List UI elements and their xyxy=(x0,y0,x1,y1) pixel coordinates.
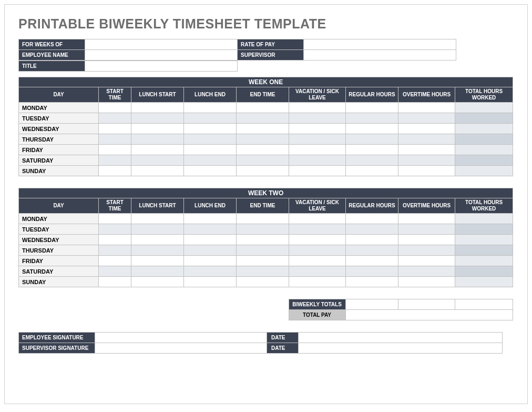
time-cell[interactable] xyxy=(184,134,237,145)
time-cell[interactable] xyxy=(237,124,289,134)
time-cell[interactable] xyxy=(184,245,237,256)
time-cell[interactable] xyxy=(289,155,346,166)
time-cell[interactable] xyxy=(398,124,455,134)
time-cell[interactable] xyxy=(455,245,513,256)
time-cell[interactable] xyxy=(289,166,346,176)
time-cell[interactable] xyxy=(237,103,289,113)
time-cell[interactable] xyxy=(398,145,455,155)
time-cell[interactable] xyxy=(131,245,184,256)
time-cell[interactable] xyxy=(346,155,398,166)
time-cell[interactable] xyxy=(237,214,289,224)
time-cell[interactable] xyxy=(237,235,289,245)
time-cell[interactable] xyxy=(289,124,346,134)
time-cell[interactable] xyxy=(131,113,184,124)
time-cell[interactable] xyxy=(455,103,513,113)
time-cell[interactable] xyxy=(289,134,346,145)
time-cell[interactable] xyxy=(184,113,237,124)
time-cell[interactable] xyxy=(346,134,398,145)
time-cell[interactable] xyxy=(184,214,237,224)
time-cell[interactable] xyxy=(131,235,184,245)
time-cell[interactable] xyxy=(99,235,131,245)
total-pay-value[interactable] xyxy=(345,310,513,320)
time-cell[interactable] xyxy=(237,113,289,124)
biweekly-regular-total[interactable] xyxy=(345,299,398,310)
time-cell[interactable] xyxy=(131,145,184,155)
time-cell[interactable] xyxy=(99,266,131,277)
time-cell[interactable] xyxy=(398,113,455,124)
time-cell[interactable] xyxy=(455,166,513,176)
time-cell[interactable] xyxy=(455,134,513,145)
time-cell[interactable] xyxy=(346,266,398,277)
time-cell[interactable] xyxy=(237,256,289,266)
time-cell[interactable] xyxy=(398,235,455,245)
time-cell[interactable] xyxy=(237,266,289,277)
time-cell[interactable] xyxy=(346,245,398,256)
time-cell[interactable] xyxy=(346,166,398,176)
time-cell[interactable] xyxy=(131,134,184,145)
time-cell[interactable] xyxy=(289,145,346,155)
time-cell[interactable] xyxy=(184,235,237,245)
time-cell[interactable] xyxy=(131,103,184,113)
time-cell[interactable] xyxy=(184,145,237,155)
time-cell[interactable] xyxy=(99,214,131,224)
time-cell[interactable] xyxy=(237,277,289,287)
time-cell[interactable] xyxy=(99,245,131,256)
time-cell[interactable] xyxy=(237,145,289,155)
time-cell[interactable] xyxy=(346,235,398,245)
time-cell[interactable] xyxy=(131,266,184,277)
time-cell[interactable] xyxy=(346,277,398,287)
time-cell[interactable] xyxy=(99,256,131,266)
time-cell[interactable] xyxy=(398,266,455,277)
time-cell[interactable] xyxy=(99,145,131,155)
time-cell[interactable] xyxy=(99,103,131,113)
time-cell[interactable] xyxy=(398,134,455,145)
time-cell[interactable] xyxy=(184,166,237,176)
time-cell[interactable] xyxy=(346,224,398,235)
time-cell[interactable] xyxy=(131,155,184,166)
time-cell[interactable] xyxy=(289,235,346,245)
time-cell[interactable] xyxy=(99,113,131,124)
biweekly-overtime-total[interactable] xyxy=(398,299,455,310)
time-cell[interactable] xyxy=(99,277,131,287)
time-cell[interactable] xyxy=(184,266,237,277)
time-cell[interactable] xyxy=(289,214,346,224)
employee-name-value[interactable] xyxy=(85,50,238,61)
time-cell[interactable] xyxy=(237,166,289,176)
time-cell[interactable] xyxy=(237,224,289,235)
time-cell[interactable] xyxy=(346,103,398,113)
time-cell[interactable] xyxy=(131,166,184,176)
time-cell[interactable] xyxy=(455,214,513,224)
time-cell[interactable] xyxy=(289,103,346,113)
for-weeks-of-value[interactable] xyxy=(85,39,238,50)
time-cell[interactable] xyxy=(398,166,455,176)
time-cell[interactable] xyxy=(131,124,184,134)
time-cell[interactable] xyxy=(398,214,455,224)
time-cell[interactable] xyxy=(346,113,398,124)
time-cell[interactable] xyxy=(398,245,455,256)
time-cell[interactable] xyxy=(455,224,513,235)
time-cell[interactable] xyxy=(289,113,346,124)
supervisor-value[interactable] xyxy=(304,50,456,61)
time-cell[interactable] xyxy=(398,277,455,287)
time-cell[interactable] xyxy=(455,266,513,277)
time-cell[interactable] xyxy=(99,224,131,235)
time-cell[interactable] xyxy=(184,224,237,235)
time-cell[interactable] xyxy=(455,155,513,166)
time-cell[interactable] xyxy=(184,277,237,287)
time-cell[interactable] xyxy=(398,256,455,266)
supervisor-date-value[interactable] xyxy=(299,343,503,354)
time-cell[interactable] xyxy=(455,235,513,245)
time-cell[interactable] xyxy=(184,155,237,166)
time-cell[interactable] xyxy=(237,245,289,256)
time-cell[interactable] xyxy=(99,124,131,134)
rate-of-pay-value[interactable] xyxy=(304,39,456,50)
time-cell[interactable] xyxy=(131,256,184,266)
time-cell[interactable] xyxy=(99,134,131,145)
time-cell[interactable] xyxy=(346,124,398,134)
time-cell[interactable] xyxy=(398,155,455,166)
time-cell[interactable] xyxy=(455,256,513,266)
time-cell[interactable] xyxy=(131,224,184,235)
time-cell[interactable] xyxy=(289,256,346,266)
time-cell[interactable] xyxy=(237,155,289,166)
time-cell[interactable] xyxy=(398,103,455,113)
